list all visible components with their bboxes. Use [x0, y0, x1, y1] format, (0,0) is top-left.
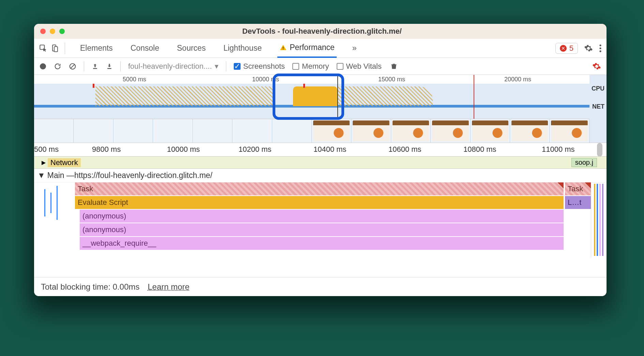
flame-minimap [591, 182, 607, 257]
devtools-window: DevTools - foul-heavenly-direction.glitc… [34, 24, 607, 296]
window-title: DevTools - foul-heavenly-direction.glitc… [65, 27, 607, 36]
total-blocking-time: Total blocking time: 0.00ms [41, 282, 139, 292]
close-window-icon[interactable] [40, 29, 46, 34]
svg-rect-13 [391, 64, 396, 65]
svg-point-7 [599, 50, 601, 52]
cpu-hatch [95, 86, 273, 106]
webvitals-label: Web Vitals [346, 62, 382, 71]
page-select-label: foul-heavenly-direction.... [128, 62, 212, 71]
main-track-header[interactable]: ▼ Main — https://foul-heavenly-direction… [34, 169, 607, 182]
flame-anonymous-1[interactable]: (anonymous) [80, 210, 564, 223]
memory-label: Memory [302, 62, 329, 71]
long-task-indicator-icon [585, 182, 591, 189]
tab-elements[interactable]: Elements [78, 38, 115, 58]
flame-chart[interactable]: Task Task Evaluate Script L…t [34, 182, 607, 257]
axis-tick: 20000 ms [504, 76, 531, 83]
scrollbar-thumb[interactable] [597, 143, 602, 157]
flame-eval-label: Evaluate Script [78, 198, 128, 207]
trash-icon[interactable] [390, 63, 397, 70]
flame-layout-label: L…t [568, 198, 581, 207]
flame-anon2-label: (anonymous) [82, 225, 126, 234]
upload-profile-icon[interactable] [92, 63, 98, 70]
ruler-tick: 10600 ms [388, 145, 421, 154]
flame-webpack-label: __webpack_require__ [82, 239, 156, 248]
page-select[interactable]: foul-heavenly-direction.... ▾ [128, 62, 218, 71]
tabs-overflow[interactable]: » [350, 38, 359, 58]
net-label: NET [592, 103, 604, 110]
summary-footer: Total blocking time: 0.00ms Learn more [34, 277, 607, 296]
cpu-hatch [337, 86, 433, 106]
axis-tick: 15000 ms [378, 76, 405, 83]
flame-task-label: Task [78, 184, 93, 193]
svg-rect-3 [283, 47, 283, 49]
flame-task[interactable]: Task [75, 182, 564, 195]
flame-anonymous-2[interactable]: (anonymous) [80, 223, 564, 236]
kebab-menu-icon[interactable] [599, 44, 602, 53]
flame-evaluate-script[interactable]: Evaluate Script [75, 196, 564, 209]
flame-anon1-label: (anonymous) [82, 212, 126, 221]
chevron-down-icon: ▾ [215, 62, 218, 71]
zoom-window-icon[interactable] [59, 29, 65, 34]
disclosure-down-icon[interactable]: ▼ [37, 171, 45, 180]
long-task-indicator-icon [557, 182, 564, 189]
tab-performance[interactable]: Performance [277, 38, 337, 58]
device-toolbar-icon[interactable] [50, 44, 59, 53]
checkbox-icon [292, 63, 299, 70]
svg-point-5 [599, 44, 601, 46]
inspect-element-icon[interactable] [39, 44, 48, 53]
error-count-pill[interactable]: ✕ 5 [555, 43, 578, 54]
main-prefix: Main — [47, 171, 74, 180]
capture-settings-gear-icon[interactable] [592, 62, 601, 71]
flame-left-gutter [34, 182, 75, 257]
checkbox-icon [337, 63, 343, 70]
network-track[interactable]: ▶ Network soop.j [34, 157, 607, 169]
svg-rect-4 [283, 49, 283, 49]
flame-layout[interactable]: L…t [565, 196, 591, 209]
warning-icon [279, 44, 287, 51]
tab-sources[interactable]: Sources [175, 38, 208, 58]
ruler-tick: 10200 ms [239, 145, 272, 154]
overview-track-labels: CPU NET [592, 85, 604, 121]
webvitals-checkbox[interactable]: Web Vitals [337, 62, 382, 71]
checkbox-checked-icon: ✓ [234, 63, 241, 70]
long-task-marker [93, 84, 94, 88]
traffic-lights [40, 29, 65, 34]
minimize-window-icon[interactable] [50, 29, 55, 34]
error-count: 5 [569, 44, 573, 53]
error-icon: ✕ [560, 45, 567, 52]
tab-console[interactable]: Console [128, 38, 161, 58]
reload-icon[interactable] [54, 63, 61, 70]
svg-rect-10 [93, 68, 97, 69]
perf-toolbar: foul-heavenly-direction.... ▾ ✓ Screensh… [34, 58, 607, 75]
flame-webpack-require[interactable]: __webpack_require__ [80, 237, 564, 250]
ruler-tick: 500 ms [34, 145, 59, 154]
svg-rect-11 [107, 68, 111, 69]
memory-checkbox[interactable]: Memory [292, 62, 329, 71]
screenshots-label: Screenshots [243, 62, 285, 71]
axis-tick: 5000 ms [123, 76, 146, 83]
clear-icon[interactable] [69, 63, 76, 70]
overview-timeline[interactable]: 5000 ms 10000 ms 15000 ms 20000 ms CPU N… [34, 75, 607, 143]
ruler-tick: 10400 ms [313, 145, 347, 154]
screenshots-checkbox[interactable]: ✓ Screenshots [234, 62, 285, 71]
svg-point-6 [599, 47, 601, 49]
learn-more-link[interactable]: Learn more [148, 282, 189, 292]
network-file-pill[interactable]: soop.j [571, 158, 597, 167]
settings-gear-icon[interactable] [584, 44, 593, 53]
detail-ruler[interactable]: 500 ms 9800 ms 10000 ms 10200 ms 10400 m… [34, 143, 607, 157]
svg-rect-2 [54, 47, 58, 52]
ruler-tick: 10800 ms [463, 145, 496, 154]
ruler-tick: 10000 ms [167, 145, 200, 154]
cpu-label: CPU [592, 85, 604, 92]
tab-lighthouse[interactable]: Lighthouse [221, 38, 264, 58]
filmstrip [34, 119, 589, 143]
download-profile-icon[interactable] [106, 63, 113, 70]
selection-highlight [273, 74, 344, 120]
disclosure-right-icon[interactable]: ▶ [42, 159, 46, 166]
ruler-tick: 9800 ms [92, 145, 121, 154]
panel-tabs-row: Elements Console Sources Lighthouse Perf… [34, 39, 607, 58]
svg-point-8 [40, 63, 46, 69]
main-url: https://foul-heavenly-direction.glitch.m… [74, 171, 212, 180]
record-icon[interactable] [40, 63, 46, 70]
flame-task-2[interactable]: Task [565, 182, 591, 195]
